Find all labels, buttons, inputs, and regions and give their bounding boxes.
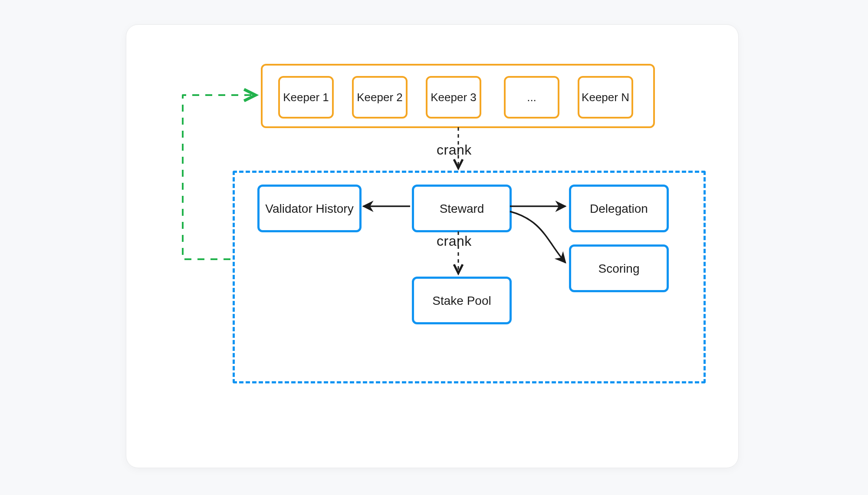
diagram: Keeper 1 Keeper 2 Keeper 3 ... Keeper N …: [126, 25, 738, 468]
edge-feedback-green: [183, 95, 256, 259]
edge-steward-to-scoring: [510, 211, 566, 263]
diagram-card: Keeper 1 Keeper 2 Keeper 3 ... Keeper N …: [126, 24, 739, 468]
diagram-stage: Keeper 1 Keeper 2 Keeper 3 ... Keeper N …: [0, 0, 868, 495]
connectors: [126, 25, 738, 468]
